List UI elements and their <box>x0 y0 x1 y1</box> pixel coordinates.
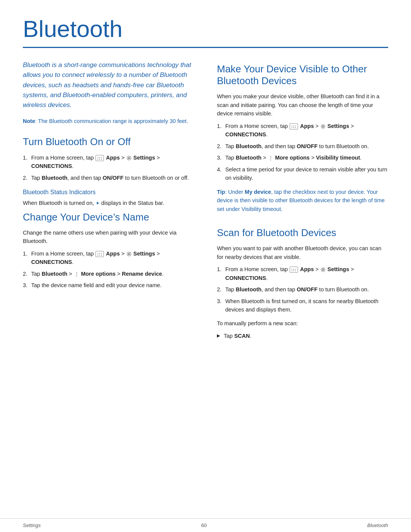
tip-text: Tip: Under My device, tap the checkbox n… <box>217 188 388 213</box>
settings-gear-icon-2 <box>126 251 132 257</box>
make-visible-step-4: Select a time period for your device to … <box>217 165 388 182</box>
page: Bluetooth Bluetooth is a short-range com… <box>0 0 411 532</box>
scan-manual-label: To manually perform a new scan: <box>217 319 388 328</box>
footer-left: Settings <box>23 522 41 528</box>
section-title-scan: Scan for Bluetooth Devices <box>217 227 388 239</box>
apps-icon-3: ::: <box>290 123 298 129</box>
make-visible-step-3: Tap Bluetooth > ⋮ More options > Visibil… <box>217 153 388 162</box>
footer: Settings 60 Bluetooth <box>0 518 411 532</box>
footer-page-number: 60 <box>201 522 207 528</box>
note-body: The Bluetooth communication range is app… <box>38 118 188 124</box>
page-title: Bluetooth <box>23 0 388 47</box>
more-options-icon: ⋮ <box>74 270 79 278</box>
section-title-make-visible: Make Your Device Visible to Other Blueto… <box>217 63 388 87</box>
right-column: Make Your Device Visible to Other Blueto… <box>217 60 388 343</box>
scan-step-3: When Bluetooth is first turned on, it sc… <box>217 297 388 314</box>
subsection-title-status: Bluetooth Status Indicators <box>23 189 194 196</box>
svg-point-1 <box>128 253 130 255</box>
scan-step-1: From a Home screen, tap ::: Apps > Setti… <box>217 265 388 282</box>
make-visible-intro: When you make your device visible, other… <box>217 92 388 118</box>
note-text: Note: The Bluetooth communication range … <box>23 117 194 126</box>
make-visible-step-1: From a Home screen, tap ::: Apps > Setti… <box>217 122 388 139</box>
footer-right: Bluetooth <box>367 522 388 528</box>
turn-on-off-step-1: From a Home screen, tap ::: Apps > Setti… <box>23 153 194 171</box>
svg-point-3 <box>322 269 324 270</box>
make-visible-steps: From a Home screen, tap ::: Apps > Setti… <box>217 122 388 182</box>
scan-manual-step: Tap SCAN. <box>217 332 388 340</box>
change-name-step-1: From a Home screen, tap ::: Apps > Setti… <box>23 249 194 267</box>
settings-gear-icon <box>126 155 132 161</box>
settings-gear-icon-4 <box>320 267 326 273</box>
intro-text: Bluetooth is a short-range communication… <box>23 60 194 110</box>
change-name-step-3: Tap the device name field and edit your … <box>23 281 194 289</box>
left-column: Bluetooth is a short-range communication… <box>23 60 194 343</box>
two-column-layout: Bluetooth is a short-range communication… <box>23 60 388 343</box>
apps-icon-2: ::: <box>96 251 104 257</box>
apps-icon: ::: <box>96 155 104 161</box>
change-name-intro: Change the name others use when pairing … <box>23 228 194 246</box>
apps-icon-4: ::: <box>290 267 298 273</box>
scan-steps: From a Home screen, tap ::: Apps > Setti… <box>217 265 388 314</box>
section-title-turn-on-off: Turn Bluetooth On or Off <box>23 136 194 148</box>
section-title-change-name: Change Your Device’s Name <box>23 211 194 223</box>
scan-intro: When you want to pair with another Bluet… <box>217 244 388 261</box>
scan-step-2: Tap Bluetooth, and then tap ON/OFF to tu… <box>217 285 388 294</box>
title-rule <box>23 47 388 48</box>
make-visible-step-2: Tap Bluetooth, and then tap ON/OFF to tu… <box>217 142 388 150</box>
note-label: Note <box>23 118 35 124</box>
tip-label: Tip <box>217 189 225 195</box>
status-indicator-body: When Bluetooth is turned on, ✦ displays … <box>23 199 194 207</box>
turn-on-off-step-2: Tap Bluetooth, and then tap ON/OFF to tu… <box>23 174 194 182</box>
change-name-step-2: Tap Bluetooth > ⋮ More options > Rename … <box>23 270 194 278</box>
svg-point-2 <box>322 126 324 127</box>
svg-point-0 <box>128 157 130 159</box>
change-name-steps: From a Home screen, tap ::: Apps > Setti… <box>23 249 194 290</box>
bluetooth-symbol: ✦ <box>96 200 100 207</box>
settings-gear-icon-3 <box>320 123 326 129</box>
more-options-icon-2: ⋮ <box>268 154 273 162</box>
turn-on-off-steps: From a Home screen, tap ::: Apps > Setti… <box>23 153 194 182</box>
